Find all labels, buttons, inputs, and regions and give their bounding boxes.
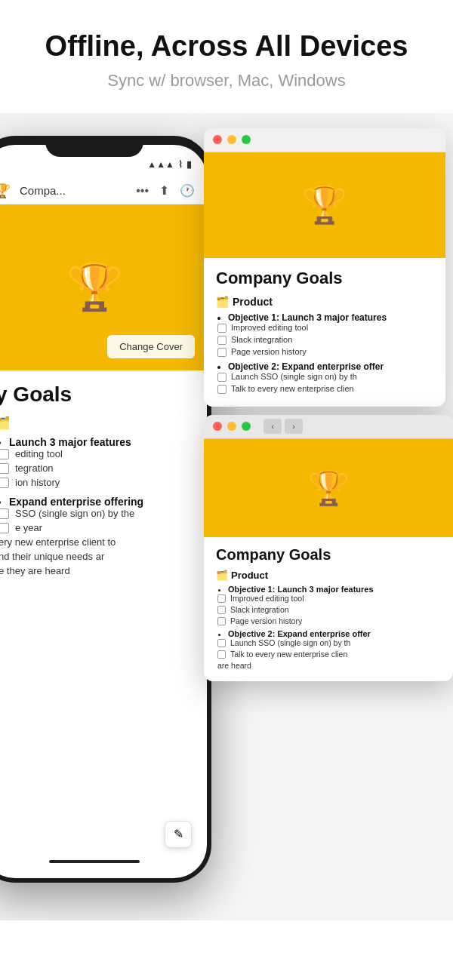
phone-check-item-8: e they are heard: [0, 565, 193, 576]
mac-top-obj1: Objective 1: Launch 3 major features: [228, 312, 433, 323]
mac-bottom-close-button[interactable]: [213, 422, 222, 431]
mac-checkbox-2[interactable]: [217, 336, 226, 345]
clock-icon[interactable]: 🕐: [180, 183, 195, 198]
phone-screen: ▲▲▲ ⌇ ▮ 🏆 Compa... ••• ⬆ 🕐 🏆 Change Cove…: [0, 145, 207, 878]
phone-check-item-4: SSO (single sign on) by the: [0, 508, 193, 519]
phone-page-title: y Goals: [0, 382, 193, 407]
folder-icon: 🗂️: [0, 416, 11, 430]
mac-section-label-bottom: Product: [231, 570, 268, 581]
mac-bottom-item-1: Improved editing tool: [230, 594, 304, 603]
mac-bottom-check-4: Launch SSO (single sign on) by th: [216, 638, 441, 647]
phone-fab-button[interactable]: ✎: [165, 821, 192, 848]
mac-bottom-item-5: Talk to every new enterprise clien: [230, 650, 347, 659]
cover-trophy-icon: 🏆: [66, 260, 123, 314]
mac-bottom-check-5: Talk to every new enterprise clien: [216, 650, 441, 659]
mac2-checkbox-1[interactable]: [217, 594, 226, 603]
mac-bottom-page-title: Company Goals: [216, 546, 441, 564]
mac-top-check-1: Improved editing tool: [216, 323, 433, 333]
mac2-checkbox-2[interactable]: [217, 606, 226, 614]
edit-icon: ✎: [174, 827, 183, 841]
mac2-checkbox-5[interactable]: [217, 650, 226, 659]
signal-icon: ▲▲▲: [147, 159, 174, 170]
mac-folder-icon-bottom: 🗂️: [216, 570, 228, 581]
phone-item-label-1: editing tool: [15, 448, 63, 459]
mac-maximize-button[interactable]: [242, 135, 251, 144]
phone-cover: 🏆 Change Cover: [0, 204, 207, 370]
mac-window-top: 🏆 Company Goals 🗂️ Product Objective 1: …: [204, 128, 445, 407]
mac-top-item-3: Page version history: [231, 347, 307, 356]
mac-top-check-5: Talk to every new enterprise clien: [216, 384, 433, 394]
mac2-checkbox-4[interactable]: [217, 639, 226, 647]
mac-top-check-2: Slack integration: [216, 335, 433, 345]
phone-item-label-7: nd their unique needs ar: [0, 551, 104, 562]
mac-checkbox-4[interactable]: [217, 373, 226, 382]
change-cover-button[interactable]: Change Cover: [107, 335, 195, 358]
mac-top-item-5: Talk to every new enterprise clien: [231, 384, 354, 393]
nav-title-label: Compa...: [20, 184, 127, 197]
page-title: Offline, Across All Devices: [15, 30, 438, 63]
phone-item-label-4: SSO (single sign on) by the: [15, 508, 134, 519]
nav-trophy-icon: 🏆: [0, 183, 11, 199]
mac-bottom-check-6: are heard: [216, 661, 441, 670]
phone-nav-bar: 🏆 Compa... ••• ⬆ 🕐: [0, 178, 207, 204]
mac-checkbox-3[interactable]: [217, 348, 226, 357]
mac-top-section-title: 🗂️ Product: [216, 296, 433, 308]
mac-bottom-item-3: Page version history: [230, 616, 302, 625]
mac-close-button[interactable]: [213, 135, 222, 144]
mac-checkbox-1[interactable]: [217, 324, 226, 333]
mac-top-check-4: Launch SSO (single sign on) by th: [216, 372, 433, 382]
mac-bottom-obj1: Objective 1: Launch 3 major features: [228, 585, 441, 594]
mac-titlebar-bottom: ‹ ›: [204, 415, 453, 439]
checkbox-3[interactable]: [0, 478, 9, 488]
mac-bottom-check-2: Slack integration: [216, 605, 441, 614]
checkbox-1[interactable]: [0, 449, 9, 459]
phone-home-indicator: [49, 860, 140, 863]
phone-status-icons: ▲▲▲ ⌇ ▮: [147, 159, 192, 170]
mac2-checkbox-3[interactable]: [217, 617, 226, 625]
mac-top-item-1: Improved editing tool: [231, 323, 308, 332]
phone-item-label-5: e year: [15, 522, 42, 533]
mac-top-trophy-icon: 🏆: [302, 184, 347, 226]
mac-top-check-3: Page version history: [216, 347, 433, 357]
mac-bottom-check-1: Improved editing tool: [216, 594, 441, 603]
mac-top-page-title: Company Goals: [216, 269, 433, 288]
phone-item-label-8: e they are heard: [0, 565, 70, 576]
mac-back-button[interactable]: ‹: [263, 419, 282, 434]
devices-section: ▲▲▲ ⌇ ▮ 🏆 Compa... ••• ⬆ 🕐 🏆 Change Cove…: [0, 113, 453, 920]
mac-titlebar-top: [204, 128, 445, 152]
phone-check-item-6: ery new enterprise client to: [0, 536, 193, 548]
mac-bottom-item-6: are heard: [217, 661, 251, 670]
mac-bottom-item-4: Launch SSO (single sign on) by th: [230, 638, 350, 647]
mac-bottom-body: Company Goals 🗂️ Product Objective 1: La…: [204, 537, 453, 681]
mac-minimize-button[interactable]: [227, 135, 236, 144]
checkbox-2[interactable]: [0, 463, 9, 474]
mac-bottom-minimize-button[interactable]: [227, 422, 236, 431]
mac-forward-button[interactable]: ›: [285, 419, 303, 434]
mac-top-obj2: Objective 2: Expand enterprise offer: [228, 361, 433, 372]
checkbox-5[interactable]: [0, 523, 9, 533]
header-section: Offline, Across All Devices Sync w/ brow…: [0, 0, 453, 113]
phone-check-item-5: e year: [0, 522, 193, 533]
phone-check-item-7: nd their unique needs ar: [0, 551, 193, 562]
phone-objective2: Expand enterprise offering: [9, 496, 193, 508]
mac-checkbox-5[interactable]: [217, 385, 226, 394]
mac-bottom-section-title: 🗂️ Product: [216, 570, 441, 581]
mac-top-cover: 🏆: [204, 152, 445, 258]
battery-icon: ▮: [186, 159, 192, 170]
phone-item-label-2: tegration: [15, 462, 54, 474]
checkbox-4[interactable]: [0, 508, 9, 519]
more-icon[interactable]: •••: [136, 184, 149, 198]
mac-bottom-item-2: Slack integration: [230, 605, 289, 614]
mac-section-label-top: Product: [233, 296, 273, 308]
mac-top-body: Company Goals 🗂️ Product Objective 1: La…: [204, 258, 445, 407]
mac-bottom-maximize-button[interactable]: [242, 422, 251, 431]
mac-folder-icon-top: 🗂️: [216, 296, 229, 308]
phone-objective1: Launch 3 major features: [9, 436, 193, 448]
nav-action-icons: ••• ⬆ 🕐: [136, 183, 195, 198]
phone-check-item-3: ion history: [0, 477, 193, 488]
mac-bottom-trophy-icon: 🏆: [308, 468, 350, 508]
share-icon[interactable]: ⬆: [159, 183, 169, 198]
phone-item-label-6: ery new enterprise client to: [0, 536, 116, 548]
phone-check-item-2: tegration: [0, 462, 193, 474]
mac-window-bottom: ‹ › 🏆 Company Goals 🗂️ Product Objective…: [204, 415, 453, 681]
